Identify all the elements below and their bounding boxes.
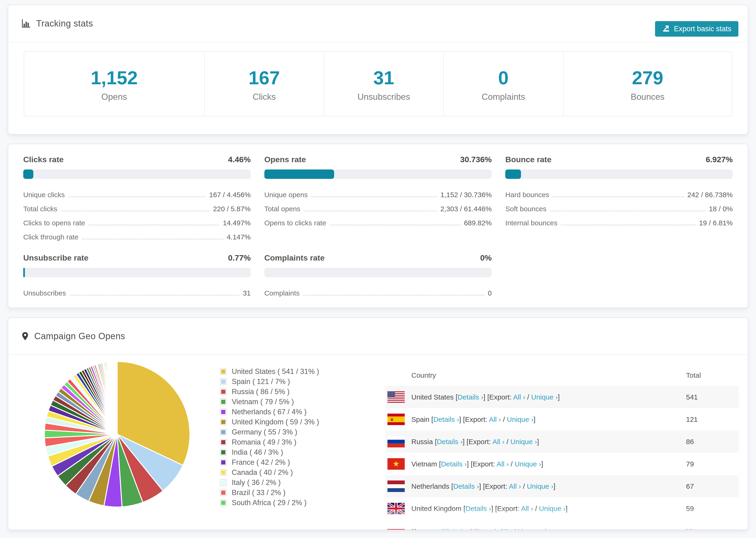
map-pin-icon — [21, 331, 29, 342]
export-all-link-ru[interactable]: All › — [492, 438, 505, 446]
export-all-link-gb[interactable]: All › — [521, 505, 533, 512]
geo-table-row-vn: Vietnam [Details ›] [Export: All › / Uni… — [386, 453, 739, 475]
details-link-ru[interactable]: Details › — [437, 438, 462, 446]
progress-bar-track — [264, 170, 492, 179]
rate-row-value: 689.82% — [464, 219, 492, 227]
tracking-stats-panel: Tracking stats Export basic stats 1,152O… — [8, 5, 748, 134]
legend-label: Germany ( 55 / 3% ) — [232, 428, 297, 436]
rate-row-label: Soft bounces — [505, 205, 546, 213]
stat-label: Complaints — [482, 92, 525, 101]
export-all-link-us[interactable]: All › — [513, 393, 525, 401]
legend-swatch — [220, 368, 227, 375]
geo-opens-body: United States ( 541 / 31% )Spain ( 121 /… — [8, 355, 748, 529]
rate-row-value: 19 / 6.81% — [699, 219, 733, 227]
stat-value: 279 — [632, 69, 663, 87]
us-flag-icon — [387, 391, 405, 403]
details-link-nl[interactable]: Details › — [453, 482, 479, 490]
rate-row-label: Clicks to opens rate — [23, 219, 85, 227]
legend-swatch — [220, 500, 227, 506]
progress-bar-track — [505, 170, 733, 179]
stat-value: 0 — [498, 69, 509, 87]
export-unique-link-de[interactable]: Unique › — [518, 527, 544, 530]
export-button-label: Export basic stats — [674, 25, 731, 33]
total-cell: 67 — [686, 482, 694, 490]
rate-row: Internal bounces19 / 6.81% — [505, 213, 733, 227]
legend-swatch — [220, 419, 227, 425]
legend-item-france: France ( 42 / 2% ) — [220, 457, 319, 467]
es-flag-icon — [387, 413, 405, 425]
stat-label: Bounces — [631, 92, 665, 101]
legend-swatch — [220, 479, 227, 486]
rate-row-value: 18 / 0% — [709, 205, 733, 213]
rate-value: 6.927% — [706, 155, 733, 163]
rate-row-label: Unique clicks — [23, 191, 65, 198]
rate-row: Total opens2,303 / 61.446% — [264, 198, 492, 213]
rate-row: Clicks to opens rate14.497% — [23, 213, 251, 227]
rate-row-value: 14.497% — [223, 219, 250, 227]
stat-label: Unsubscribes — [357, 92, 410, 101]
country-cell: Spain [Details ›] [Export: All › / Uniqu… — [411, 415, 536, 423]
rate-row-value: 167 / 4.456% — [209, 191, 251, 198]
rate-row-value: 242 / 86.738% — [687, 191, 733, 198]
details-link-es[interactable]: Details › — [433, 415, 459, 423]
dashboard-page: Tracking stats Export basic stats 1,152O… — [0, 0, 756, 538]
stat-value: 1,152 — [91, 69, 137, 87]
legend-label: France ( 42 / 2% ) — [232, 458, 290, 467]
stat-cell-complaints: 0Complaints — [444, 52, 563, 116]
dotted-leader — [61, 211, 209, 211]
column-header-country: Country — [411, 371, 436, 379]
rate-row-label: Click through rate — [23, 233, 79, 241]
rate-row: Unique clicks167 / 4.456% — [23, 185, 251, 198]
details-link-gb[interactable]: Details › — [465, 505, 491, 512]
stat-cell-clicks: 167Clicks — [205, 52, 324, 116]
bar-chart-icon — [21, 19, 31, 28]
stat-value: 167 — [249, 69, 280, 87]
export-unique-link-nl[interactable]: Unique › — [527, 482, 553, 490]
country-cell: United States [Details ›] [Export: All ›… — [411, 393, 560, 401]
geo-opens-pie-chart — [41, 358, 193, 511]
rate-block-opens-rate: Opens rate30.736%Unique opens1,152 / 30.… — [264, 155, 492, 241]
legend-item-canada: Canada ( 40 / 2% ) — [220, 467, 319, 477]
export-basic-stats-button[interactable]: Export basic stats — [655, 21, 738, 37]
legend-item-spain: Spain ( 121 / 7% ) — [220, 377, 319, 387]
export-all-link-de[interactable]: All › — [500, 527, 512, 530]
legend-label: Netherlands ( 67 / 4% ) — [232, 408, 307, 416]
details-link-de[interactable]: Details › — [444, 527, 470, 530]
stat-cell-opens: 1,152Opens — [24, 52, 205, 116]
export-unique-link-us[interactable]: Unique › — [531, 393, 558, 401]
legend-item-united-kingdom: United Kingdom ( 59 / 3% ) — [220, 417, 319, 427]
export-all-link-nl[interactable]: All › — [509, 482, 521, 490]
details-link-us[interactable]: Details › — [458, 393, 483, 401]
rate-row-value: 1,152 / 30.736% — [441, 191, 492, 198]
export-all-link-es[interactable]: All › — [489, 415, 501, 423]
country-cell: Germany [Details ›] [Export: All › / Uni… — [411, 527, 546, 530]
export-unique-link-es[interactable]: Unique › — [507, 415, 533, 423]
legend-label: Vietnam ( 79 / 5% ) — [232, 398, 294, 406]
export-unique-link-vn[interactable]: Unique › — [514, 460, 541, 468]
legend-swatch — [220, 429, 227, 435]
legend-item-russia: Russia ( 86 / 5% ) — [220, 387, 319, 397]
progress-bar-fill — [505, 170, 521, 179]
legend-swatch — [220, 469, 227, 476]
rate-row-label: Unsubscribes — [23, 289, 66, 297]
total-cell: 59 — [686, 505, 694, 512]
ru-flag-icon — [387, 436, 405, 447]
stats-summary-box: 1,152Opens167Clicks31Unsubscribes0Compla… — [24, 51, 732, 116]
export-unique-link-ru[interactable]: Unique › — [511, 438, 537, 446]
dotted-leader — [561, 225, 695, 225]
legend-swatch — [220, 489, 227, 496]
export-unique-link-gb[interactable]: Unique › — [539, 505, 566, 512]
progress-bar-fill — [23, 170, 33, 179]
rate-value: 30.736% — [460, 155, 492, 163]
legend-label: Brazil ( 33 / 2% ) — [232, 488, 286, 497]
details-link-vn[interactable]: Details › — [441, 460, 467, 468]
legend-label: Canada ( 40 / 2% ) — [232, 468, 293, 477]
legend-swatch — [220, 389, 227, 395]
legend-swatch — [220, 459, 227, 466]
rate-row-value: 31 — [243, 289, 250, 297]
dotted-leader — [68, 196, 206, 197]
pie-legend: United States ( 541 / 31% )Spain ( 121 /… — [220, 366, 319, 508]
rate-row-label: Complaints — [264, 289, 299, 297]
export-all-link-vn[interactable]: All › — [497, 460, 509, 468]
rate-row: Hard bounces242 / 86.738% — [505, 185, 733, 198]
